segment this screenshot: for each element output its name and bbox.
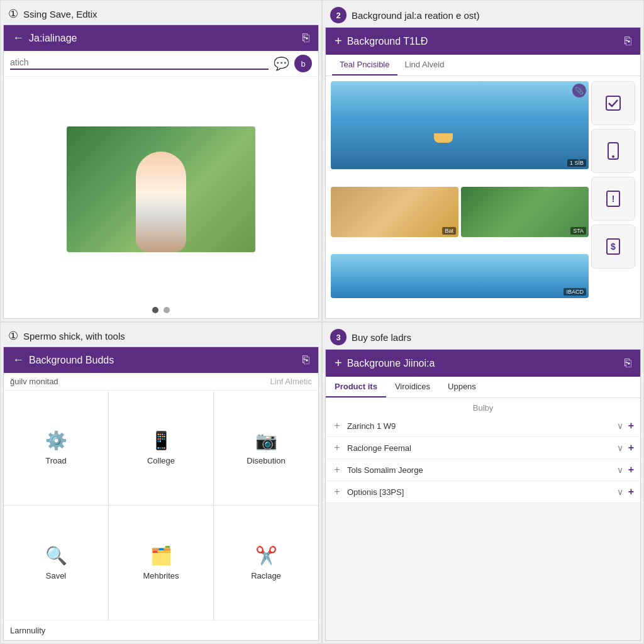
q4-plus-3[interactable]: + bbox=[332, 486, 342, 497]
q1-bubble-icon[interactable]: 💬 bbox=[274, 56, 289, 71]
q4-tabs: Product its Viroidices Uppens bbox=[326, 377, 640, 398]
q1-dot-1[interactable] bbox=[152, 307, 158, 313]
q3-mehbrites-label: Mehbrites bbox=[143, 571, 179, 580]
q2-action-icons: ! $ bbox=[591, 81, 635, 313]
q1-dot-2[interactable] bbox=[164, 307, 170, 313]
q4-plus-right-2[interactable]: + bbox=[628, 464, 634, 475]
svg-point-2 bbox=[612, 155, 614, 158]
q3-footer: Larnnulity bbox=[4, 620, 318, 640]
q4-tab-uppens[interactable]: Uppens bbox=[439, 377, 485, 397]
q2-header: + Background T1LÐ ⎘ bbox=[326, 28, 640, 55]
q4-plus-right-0[interactable]: + bbox=[628, 420, 634, 431]
q3-back-icon[interactable]: ← bbox=[13, 353, 24, 367]
q2-content: 📎 1 SĪB Bat STA IBACD bbox=[326, 76, 640, 318]
q3-subtitle-right: Linf Almetic bbox=[270, 377, 312, 386]
q1-share-icon[interactable]: ⎘ bbox=[303, 31, 309, 45]
q1-header-left: ← Ja:ialinage bbox=[13, 31, 77, 45]
q3-savel-label: Savel bbox=[46, 571, 67, 580]
q4-item-text-0: Zarinch 1 W9 bbox=[347, 421, 612, 431]
q1-label: ① Ssing Save, Edtix bbox=[1, 1, 321, 25]
q4-chevron-0[interactable]: ∨ bbox=[617, 421, 623, 431]
q3-cut-icon: ✂️ bbox=[255, 545, 277, 566]
q2-small-image-2: STA bbox=[461, 187, 589, 237]
q3-panel: ← Background Budds ⎘ ğuilv monitad Linf … bbox=[3, 347, 319, 641]
q1-user-icon[interactable]: b bbox=[294, 55, 312, 72]
q1-dots bbox=[4, 302, 318, 318]
q3-item-troad[interactable]: ⚙️ Troad bbox=[4, 391, 108, 505]
q3-icon-grid: ⚙️ Troad 📱 College 📷 Disebution 🔍 Savel … bbox=[4, 391, 318, 620]
q1-icon: ① bbox=[8, 7, 18, 21]
q4-plus-right-3[interactable]: + bbox=[628, 486, 634, 497]
q2-header-left: + Background T1LÐ bbox=[335, 34, 428, 48]
q4-list-item-1: + Raclonge Feemal ∨ + bbox=[326, 437, 640, 459]
q2-image-grid: 📎 1 SĪB Bat STA IBACD bbox=[331, 81, 589, 313]
q3-item-college[interactable]: 📱 College bbox=[109, 391, 213, 505]
q3-item-raclage[interactable]: ✂️ Raclage bbox=[214, 506, 318, 620]
q4-label: 3 Buy sofe ladrs bbox=[323, 323, 643, 349]
q1-person-figure bbox=[136, 152, 186, 252]
q3-troad-label: Troad bbox=[45, 456, 66, 465]
q2-main-image: 📎 1 SĪB bbox=[331, 81, 589, 169]
q4-plus-2[interactable]: + bbox=[332, 464, 342, 475]
q3-header-title: Background Budds bbox=[29, 355, 114, 366]
q4-list: + Zarinch 1 W9 ∨ + + Raclonge Feemal ∨ +… bbox=[326, 415, 640, 640]
quadrant-1: ① Ssing Save, Edtix ← Ja:ialinage ⎘ 💬 b bbox=[0, 0, 322, 322]
q3-subtitle-row: ğuilv monitad Linf Almetic bbox=[4, 373, 318, 391]
q4-chevron-3[interactable]: ∨ bbox=[617, 487, 623, 497]
quadrant-2: 2 Background jal:a reation e ost) + Back… bbox=[322, 0, 644, 322]
q3-raclage-label: Raclage bbox=[251, 571, 281, 580]
q4-list-item-0: + Zarinch 1 W9 ∨ + bbox=[326, 415, 640, 437]
q3-header-left: ← Background Budds bbox=[13, 353, 114, 367]
q4-section-title: Bulby bbox=[326, 398, 640, 415]
q2-dollar-icon[interactable]: $ bbox=[591, 225, 635, 269]
q1-panel: ← Ja:ialinage ⎘ 💬 b bbox=[3, 25, 319, 319]
q4-list-item-3: + Optionis [33PS] ∨ + bbox=[326, 481, 640, 503]
q2-main-badge: 1 SĪB bbox=[567, 159, 586, 167]
q4-plus-1[interactable]: + bbox=[332, 442, 342, 453]
q3-college-label: College bbox=[147, 456, 175, 465]
q1-search-input[interactable] bbox=[10, 57, 269, 70]
q3-phone-icon: 📱 bbox=[150, 430, 172, 451]
q3-case-icon: 🗂️ bbox=[150, 545, 172, 566]
q3-title: Spermo shick, with tools bbox=[23, 331, 125, 341]
q4-plus-0[interactable]: + bbox=[332, 420, 342, 431]
q3-subtitle-left: ğuilv monitad bbox=[10, 377, 58, 386]
quadrant-3: ① Spermo shick, with tools ← Background … bbox=[0, 322, 322, 644]
q4-plus-icon[interactable]: + bbox=[335, 356, 342, 370]
svg-text:!: ! bbox=[612, 194, 615, 204]
q2-tab-1[interactable]: Teal Pncisible bbox=[332, 55, 397, 75]
q2-phone-icon[interactable] bbox=[591, 129, 635, 173]
q2-badge-s2: STA bbox=[570, 227, 586, 235]
q4-plus-right-1[interactable]: + bbox=[628, 442, 634, 453]
q1-header-title: Ja:ialinage bbox=[29, 33, 77, 44]
q2-info-icon[interactable]: ! bbox=[591, 177, 635, 221]
q1-main-image bbox=[67, 126, 255, 252]
q3-icon: ① bbox=[8, 329, 18, 343]
q4-tab-products[interactable]: Product its bbox=[326, 377, 386, 397]
q2-share-icon[interactable]: ⎘ bbox=[625, 35, 631, 48]
q4-item-text-1: Raclonge Feemal bbox=[347, 443, 612, 453]
q2-title: Background jal:a reation e ost) bbox=[352, 10, 479, 21]
q2-attachment-icon: 📎 bbox=[572, 84, 586, 97]
q2-tabs: Teal Pncisible Lind Alveid bbox=[326, 55, 640, 76]
quadrant-4: 3 Buy sofe ladrs + Backgroune Jiinoi:a ⎘… bbox=[322, 322, 644, 644]
q3-item-disebution[interactable]: 📷 Disebution bbox=[214, 391, 318, 505]
q1-image-area bbox=[4, 77, 318, 302]
q3-gear-icon: ⚙️ bbox=[45, 430, 67, 451]
q2-check-icon[interactable] bbox=[591, 81, 635, 125]
q2-panel: + Background T1LÐ ⎘ Teal Pncisible Lind … bbox=[325, 27, 641, 319]
q3-item-mehbrites[interactable]: 🗂️ Mehbrites bbox=[109, 506, 213, 620]
q4-share-icon[interactable]: ⎘ bbox=[625, 357, 631, 370]
q3-share-icon[interactable]: ⎘ bbox=[303, 353, 309, 367]
q4-header-title: Backgroune Jiinoi:a bbox=[347, 358, 435, 369]
q4-header: + Backgroune Jiinoi:a ⎘ bbox=[326, 350, 640, 377]
q1-search-icons: 💬 b bbox=[274, 55, 312, 72]
q2-plus-icon[interactable]: + bbox=[335, 34, 342, 48]
q4-chevron-1[interactable]: ∨ bbox=[617, 443, 623, 453]
q3-item-savel[interactable]: 🔍 Savel bbox=[4, 506, 108, 620]
q4-chevron-2[interactable]: ∨ bbox=[617, 465, 623, 475]
q2-tab-2[interactable]: Lind Alveid bbox=[397, 55, 452, 75]
svg-rect-0 bbox=[606, 96, 620, 110]
q4-tab-viroidices[interactable]: Viroidices bbox=[386, 377, 439, 397]
q1-back-icon[interactable]: ← bbox=[13, 31, 24, 45]
